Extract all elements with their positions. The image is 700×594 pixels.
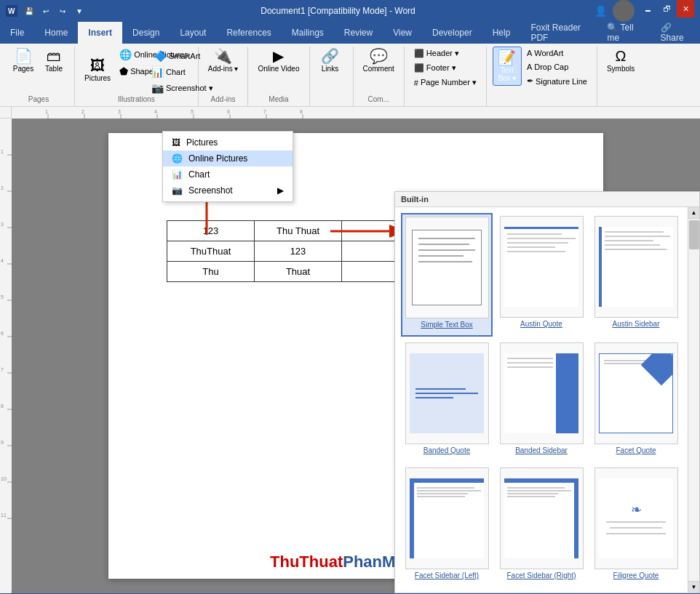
addins-button[interactable]: 🔌 Add-ins ▾ (204, 47, 242, 75)
dropcap-button[interactable]: A Drop Cap (523, 60, 591, 73)
symbols-button[interactable]: Ω Symbols (603, 47, 638, 75)
menu-screenshot-icon: 📷 (172, 185, 183, 196)
tab-home[interactable]: Home (34, 22, 78, 44)
textbox-item-facet-quote[interactable]: Facet Quote (590, 340, 682, 462)
banded-quote-preview (405, 342, 489, 444)
links-button[interactable]: 🔗 Links (316, 47, 345, 75)
pictures-button[interactable]: 🖼 Pictures (81, 47, 114, 94)
screenshot-label: Screenshot ▾ (166, 84, 213, 93)
save-btn[interactable]: 💾 (22, 4, 36, 18)
screenshot-button[interactable]: 📷 Screenshot ▾ (148, 80, 217, 96)
wordart-button[interactable]: A WordArt (523, 47, 591, 60)
tab-view[interactable]: View (383, 22, 422, 44)
title-bar-left: W 💾 ↩ ↪ ▼ (6, 4, 87, 18)
pages-button[interactable]: 📄 Pages (9, 47, 38, 75)
wordart-icon: A (527, 49, 532, 57)
textbox-item-facet-sidebar-left[interactable]: Facet Sidebar (Left) (401, 465, 493, 587)
textbox-item-facet-sidebar-right[interactable]: Facet Sidebar (Right) (496, 465, 587, 587)
textbox-label: TextBox ▾ (498, 66, 516, 82)
comments-items: 💬 Comment (359, 47, 398, 94)
banded-sidebar-preview (500, 342, 584, 444)
scrollbar-thumb[interactable] (689, 220, 699, 249)
page-number-label: Page Number ▾ (421, 78, 477, 87)
tab-tellme[interactable]: 🔍 Tell me (597, 22, 650, 44)
tab-mailings[interactable]: Mailings (282, 22, 334, 44)
austin-quote-label: Austin Quote (520, 320, 562, 328)
signature-button[interactable]: ✒ Signature Line (523, 74, 591, 88)
line3 (418, 249, 475, 251)
doc-body: 1 2 3 4 5 6 7 8 9 10 11 (0, 119, 700, 593)
footer-icon: ⬛ (414, 63, 424, 73)
svg-rect-2 (12, 107, 700, 119)
scrollbar-track (688, 219, 699, 581)
tab-developer[interactable]: Developer (422, 22, 482, 44)
online-video-label: Online Video (258, 65, 299, 73)
textbox-item-austin-sidebar[interactable]: Austin Sidebar (590, 213, 682, 337)
links-group-label (316, 102, 347, 106)
footer-button[interactable]: ⬛ Footer ▾ (410, 61, 460, 75)
signature-icon: ✒ (527, 76, 533, 86)
pages-label: Pages (13, 65, 33, 73)
tab-help[interactable]: Help (482, 22, 521, 44)
svg-text:2: 2 (81, 109, 84, 114)
tab-references[interactable]: References (216, 22, 281, 44)
comment-button[interactable]: 💬 Comment (359, 47, 398, 75)
shapes-icon: ⬟ (119, 65, 128, 77)
redo-btn[interactable]: ↪ (55, 4, 70, 18)
dropdown-scrollable: Simple Text Box (395, 207, 699, 593)
facet-sidebar-left-label: Facet Sidebar (Left) (415, 571, 479, 579)
online-video-button[interactable]: ▶ Online Video (254, 47, 303, 75)
group-header-footer: ⬛ Header ▾ ⬛ Footer ▾ # Page Number ▾ (405, 47, 487, 106)
facet-sidebar-right-label: Facet Sidebar (Right) (506, 571, 576, 579)
illustrations-col: 🌐 Online Pictures ⬟ Shapes ▾ 🔷 SmartArt … (116, 47, 192, 79)
tab-insert[interactable]: Insert (78, 22, 122, 44)
scrollbar-down-btn[interactable]: ▼ (688, 581, 699, 593)
comments-group-label: Com... (359, 94, 398, 106)
page-number-button[interactable]: # Page Number ▾ (410, 76, 480, 89)
menu-online-label: Online Pictures (188, 153, 247, 164)
dropdown-header-label: Built-in (401, 195, 429, 204)
menu-pictures-label: Pictures (186, 137, 218, 148)
chart-icon: 📊 (151, 66, 164, 78)
textbox-item-filigree-quote[interactable]: ❧ Filigree Quote (590, 465, 682, 587)
text-small-buttons: A WordArt A Drop Cap ✒ Signature Line (523, 47, 591, 88)
filigree-quote-label: Filigree Quote (613, 571, 659, 579)
menu-chart[interactable]: 📊 Chart (163, 166, 293, 182)
customize-btn[interactable]: ▼ (72, 4, 87, 18)
undo-btn[interactable]: ↩ (39, 4, 53, 18)
menu-online-pictures[interactable]: 🌐 Online Pictures (163, 150, 293, 166)
textbox-item-simple[interactable]: Simple Text Box (401, 213, 493, 337)
tab-foxit[interactable]: Foxit Reader PDF (520, 22, 597, 44)
banded-quote-label: Banded Quote (423, 446, 471, 454)
symbols-label: Symbols (607, 65, 635, 73)
scrollbar-up-btn[interactable]: ▲ (688, 207, 699, 219)
close-btn[interactable]: ✕ (677, 0, 694, 17)
textbox-item-banded-quote[interactable]: Banded Quote (401, 340, 493, 462)
textbox-item-austin-quote[interactable]: Austin Quote (496, 213, 587, 337)
menu-screenshot[interactable]: 📷 Screenshot ▶ (163, 182, 293, 198)
textbox-item-banded-sidebar[interactable]: Banded Sidebar (496, 340, 587, 462)
tab-design[interactable]: Design (122, 22, 170, 44)
smartart-icon: 🔷 (154, 50, 167, 62)
footer-label: Footer ▾ (426, 63, 456, 73)
header-icon: ⬛ (414, 49, 424, 58)
svg-text:6: 6 (227, 109, 230, 114)
menu-pictures[interactable]: 🖼 Pictures (163, 135, 293, 150)
tab-file[interactable]: File (0, 22, 34, 44)
table-button[interactable]: 🗃 Table (39, 47, 68, 75)
ruler-corner (0, 107, 12, 119)
tab-layout[interactable]: Layout (170, 22, 216, 44)
pages-group-label: Pages (9, 94, 68, 106)
austin-sidebar-preview (594, 216, 678, 318)
smartart-button[interactable]: 🔷 SmartArt (151, 48, 204, 64)
textbox-button[interactable]: 📝 TextBox ▾ (493, 47, 522, 86)
tab-review[interactable]: Review (334, 22, 383, 44)
quick-access-toolbar: 💾 ↩ ↪ ▼ (22, 4, 87, 18)
restore-btn[interactable]: 🗗 (658, 0, 675, 17)
pages-icon: 📄 (15, 49, 33, 63)
header-button[interactable]: ⬛ Header ▾ (410, 47, 463, 60)
menu-screenshot-label: Screenshot (188, 185, 233, 196)
tab-share[interactable]: 🔗 Share (651, 22, 700, 44)
chart-button[interactable]: 📊 Chart (148, 64, 189, 80)
minimize-btn[interactable]: 🗕 (639, 0, 656, 17)
